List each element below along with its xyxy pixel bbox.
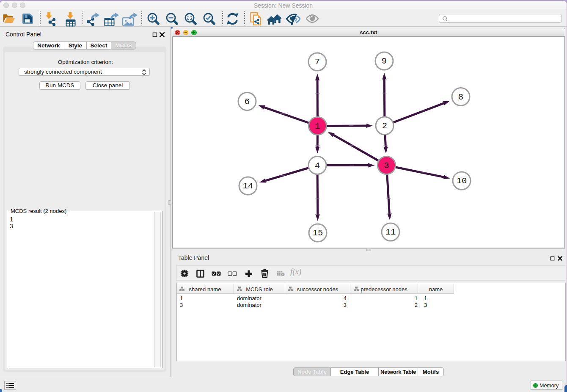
svg-text:8: 8 [458, 92, 463, 102]
svg-text:14: 14 [243, 181, 253, 191]
svg-text:6: 6 [245, 97, 250, 107]
svg-text:4: 4 [315, 161, 320, 171]
svg-text:1: 1 [315, 121, 320, 131]
svg-text:9: 9 [382, 56, 387, 66]
svg-text:11: 11 [385, 227, 396, 237]
svg-text:7: 7 [315, 57, 320, 67]
svg-text:2: 2 [382, 121, 387, 131]
svg-text:10: 10 [457, 176, 467, 186]
svg-text:3: 3 [384, 161, 389, 171]
svg-text:15: 15 [313, 228, 323, 238]
